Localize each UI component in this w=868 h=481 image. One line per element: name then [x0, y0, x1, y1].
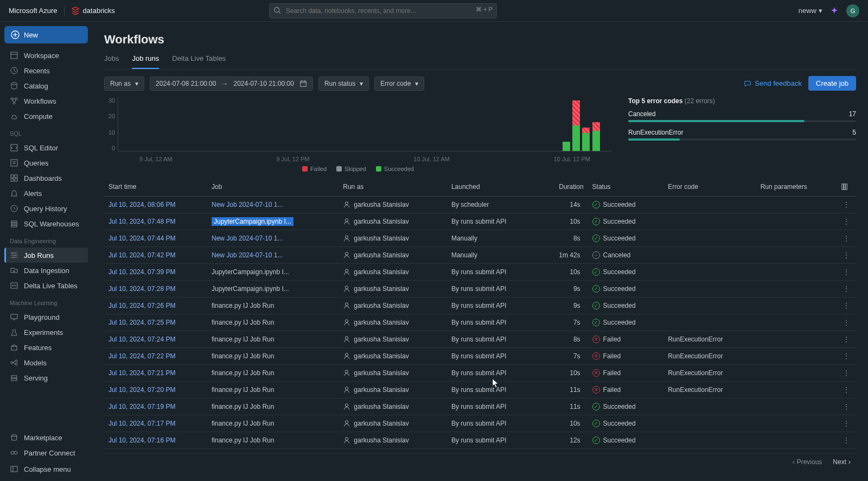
table-row[interactable]: Jul 10, 2024, 07:26 PM finance.py IJ Job… — [104, 298, 856, 314]
table-row[interactable]: Jul 10, 2024, 07:21 PM finance.py IJ Job… — [104, 365, 856, 382]
legend-failed[interactable]: Failed — [302, 166, 327, 172]
column-header[interactable]: Start time — [104, 178, 207, 197]
sidebar-item-sql-warehouses[interactable]: SQL Warehouses — [4, 216, 88, 231]
chart-bar[interactable] — [572, 100, 580, 151]
column-header[interactable]: Duration — [539, 178, 588, 197]
tab-dlt[interactable]: Delta Live Tables — [172, 54, 226, 69]
start-time-link[interactable]: Jul 10, 2024, 07:48 PM — [108, 218, 175, 225]
start-time-link[interactable]: Jul 10, 2024, 07:21 PM — [108, 369, 175, 377]
error-code-row[interactable]: Canceled17 — [628, 110, 856, 122]
row-menu-button[interactable]: ⋮ — [843, 436, 850, 444]
start-time-link[interactable]: Jul 10, 2024, 07:16 PM — [108, 436, 175, 444]
sidebar-item-alerts[interactable]: Alerts — [4, 186, 88, 201]
workspace-switcher[interactable]: neww ▾ — [799, 7, 822, 15]
sidebar-item-sql-editor[interactable]: SQL Editor — [4, 140, 88, 155]
row-menu-button[interactable]: ⋮ — [843, 302, 850, 309]
sidebar-item-recents[interactable]: Recents — [4, 63, 88, 78]
job-link[interactable]: New Job 2024-07-10 1... — [212, 235, 283, 242]
sidebar-item-partner[interactable]: Partner Connect — [4, 445, 88, 460]
table-row[interactable]: Jul 10, 2024, 08:06 PM New Job 2024-07-1… — [104, 197, 856, 213]
sidebar-item-workflows[interactable]: Workflows — [4, 93, 88, 109]
table-row[interactable]: Jul 10, 2024, 07:48 PM JupyterCampaign.i… — [104, 213, 856, 230]
prev-page[interactable]: ‹Previous — [793, 458, 822, 466]
sidebar-item-query-history[interactable]: Query History — [4, 201, 88, 216]
sidebar-item-marketplace[interactable]: Marketplace — [4, 430, 88, 445]
table-row[interactable]: Jul 10, 2024, 07:24 PM finance.py IJ Job… — [104, 331, 856, 348]
row-menu-button[interactable]: ⋮ — [843, 352, 850, 360]
column-header[interactable]: Job — [207, 178, 339, 197]
create-job-button[interactable]: Create job — [808, 76, 856, 91]
start-time-link[interactable]: Jul 10, 2024, 07:20 PM — [108, 386, 175, 394]
tab-job-runs[interactable]: Job runs — [132, 54, 159, 69]
row-menu-button[interactable]: ⋮ — [843, 268, 850, 276]
legend-skipped[interactable]: Skipped — [336, 166, 366, 172]
start-time-link[interactable]: Jul 10, 2024, 07:44 PM — [108, 235, 175, 242]
job-link[interactable]: New Job 2024-07-10 1... — [212, 251, 283, 259]
table-row[interactable]: Jul 10, 2024, 07:22 PM finance.py IJ Job… — [104, 348, 856, 365]
start-time-link[interactable]: Jul 10, 2024, 07:22 PM — [108, 352, 175, 360]
error-code-row[interactable]: RunExecutionError5 — [628, 129, 856, 141]
start-time-link[interactable]: Jul 10, 2024, 07:39 PM — [108, 268, 175, 276]
column-header[interactable]: Run parameters — [756, 178, 837, 197]
table-row[interactable]: Jul 10, 2024, 07:20 PM finance.py IJ Job… — [104, 382, 856, 398]
column-settings[interactable] — [837, 178, 856, 197]
sidebar-item-data-ingestion[interactable]: Data Ingestion — [4, 263, 88, 278]
row-menu-button[interactable]: ⋮ — [843, 386, 850, 394]
start-time-link[interactable]: Jul 10, 2024, 07:19 PM — [108, 403, 175, 410]
chart-bar[interactable] — [582, 128, 590, 151]
next-page[interactable]: Next› — [833, 458, 851, 466]
sidebar-item-compute[interactable]: Compute — [4, 109, 88, 124]
table-row[interactable]: Jul 10, 2024, 07:17 PM finance.py IJ Job… — [104, 415, 856, 432]
row-menu-button[interactable]: ⋮ — [843, 218, 850, 225]
row-menu-button[interactable]: ⋮ — [843, 319, 850, 326]
table-row[interactable]: Jul 10, 2024, 07:19 PM finance.py IJ Job… — [104, 398, 856, 415]
chart-bar[interactable] — [563, 142, 570, 151]
row-menu-button[interactable]: ⋮ — [843, 369, 850, 377]
column-header[interactable]: Error code — [663, 178, 756, 197]
global-search[interactable]: ⌘ + P — [269, 3, 497, 18]
column-header[interactable]: Launched — [447, 178, 540, 197]
legend-succeeded[interactable]: Succeeded — [376, 166, 414, 172]
user-avatar[interactable]: G — [846, 4, 859, 17]
search-input[interactable] — [269, 3, 497, 18]
table-row[interactable]: Jul 10, 2024, 07:28 PM JupyterCampaign.i… — [104, 281, 856, 298]
collapse-menu[interactable]: Collapse menu — [4, 461, 88, 477]
start-time-link[interactable]: Jul 10, 2024, 07:24 PM — [108, 336, 175, 343]
start-time-link[interactable]: Jul 10, 2024, 07:28 PM — [108, 285, 175, 293]
row-menu-button[interactable]: ⋮ — [843, 235, 850, 242]
new-button[interactable]: New — [4, 26, 88, 43]
sidebar-item-dashboards[interactable]: Dashboards — [4, 170, 88, 186]
table-row[interactable]: Jul 10, 2024, 07:42 PM New Job 2024-07-1… — [104, 247, 856, 264]
send-feedback-link[interactable]: Send feedback — [744, 79, 802, 87]
sidebar-item-job-runs[interactable]: Job Runs — [4, 248, 88, 263]
sidebar-item-workspace[interactable]: Workspace — [4, 48, 88, 63]
column-header[interactable]: Status — [588, 178, 664, 197]
row-menu-button[interactable]: ⋮ — [843, 201, 850, 208]
table-row[interactable]: Jul 10, 2024, 07:16 PM finance.py IJ Job… — [104, 432, 856, 449]
job-link[interactable]: JupyterCampaign.ipynb I... — [212, 217, 293, 226]
start-time-link[interactable]: Jul 10, 2024, 07:17 PM — [108, 420, 175, 427]
filter-error-code[interactable]: Error code ▾ — [374, 77, 424, 91]
row-menu-button[interactable]: ⋮ — [843, 403, 850, 410]
job-link[interactable]: New Job 2024-07-10 1... — [212, 201, 283, 208]
row-menu-button[interactable]: ⋮ — [843, 420, 850, 427]
tab-jobs[interactable]: Jobs — [104, 54, 119, 69]
table-row[interactable]: Jul 10, 2024, 07:44 PM New Job 2024-07-1… — [104, 230, 856, 247]
start-time-link[interactable]: Jul 10, 2024, 07:25 PM — [108, 319, 175, 326]
sidebar-item-catalog[interactable]: Catalog — [4, 78, 88, 93]
sidebar-item-features[interactable]: Features — [4, 340, 88, 355]
table-row[interactable]: Jul 10, 2024, 07:39 PM JupyterCampaign.i… — [104, 264, 856, 281]
start-time-link[interactable]: Jul 10, 2024, 07:42 PM — [108, 251, 175, 259]
filter-run-as[interactable]: Run as ▾ — [104, 77, 144, 91]
start-time-link[interactable]: Jul 10, 2024, 07:26 PM — [108, 302, 175, 309]
row-menu-button[interactable]: ⋮ — [843, 285, 850, 293]
table-row[interactable]: Jul 10, 2024, 07:25 PM finance.py IJ Job… — [104, 314, 856, 331]
assistant-icon[interactable] — [830, 7, 839, 15]
filter-run-status[interactable]: Run status ▾ — [318, 77, 369, 91]
sidebar-item-models[interactable]: Models — [4, 355, 88, 370]
row-menu-button[interactable]: ⋮ — [843, 251, 850, 259]
sidebar-item-serving[interactable]: Serving — [4, 370, 88, 385]
chart-bar[interactable] — [592, 122, 600, 151]
sidebar-item-experiments[interactable]: Experiments — [4, 325, 88, 340]
sidebar-item-playground[interactable]: Playground — [4, 309, 88, 325]
